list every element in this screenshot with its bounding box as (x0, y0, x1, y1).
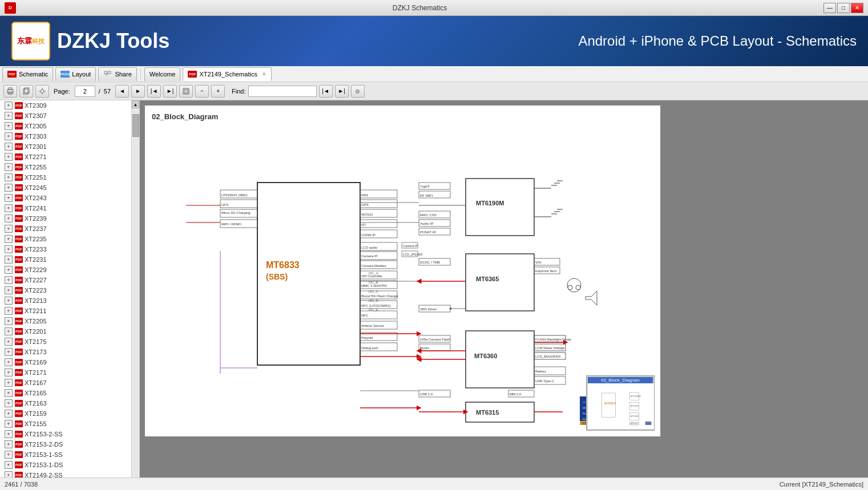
tree-expander[interactable]: + (5, 235, 13, 243)
sidebar-item-xt2165[interactable]: +PDFXT2165 (0, 388, 139, 398)
tree-expander[interactable]: + (5, 389, 13, 397)
minimize-button[interactable]: — (823, 3, 836, 13)
sidebar-item-xt2211[interactable]: +PDFXT2211 (0, 306, 139, 316)
sidebar-item-xt2205[interactable]: +PDFXT2205 (0, 316, 139, 326)
sidebar-item-xt2169[interactable]: +PDFXT2169 (0, 357, 139, 367)
sidebar-item-xt2239[interactable]: +PDFXT2239 (0, 213, 139, 224)
nav-copy-button[interactable] (19, 85, 33, 98)
tree-expander[interactable]: + (5, 214, 13, 222)
sidebar-item-xt2235[interactable]: +PDFXT2235 (0, 234, 139, 244)
tree-expander[interactable]: + (5, 163, 13, 171)
find-settings-button[interactable]: ⚙ (351, 85, 365, 98)
zoom-out-button[interactable]: − (195, 85, 209, 98)
scroll-up-button[interactable]: ▲ (132, 100, 139, 108)
sidebar-item-xt2149-2-ss[interactable]: +PDFXT2149-2-SS (0, 470, 139, 477)
sidebar-item-xt2245[interactable]: +PDFXT2245 (0, 183, 139, 193)
sidebar-item-xt2155[interactable]: +PDFXT2155 (0, 419, 139, 429)
first-page-button[interactable]: |◄ (147, 85, 161, 98)
tab-xt2149[interactable]: PDF XT2149_Schematics ✕ (183, 67, 272, 81)
sidebar-item-xt2241[interactable]: +PDFXT2241 (0, 203, 139, 213)
tree-expander[interactable]: + (5, 430, 13, 438)
find-next-button[interactable]: ►| (335, 85, 349, 98)
tree-expander[interactable]: + (5, 245, 13, 253)
tree-expander[interactable]: + (5, 327, 13, 335)
tree-expander[interactable]: + (5, 276, 13, 284)
sidebar-item-xt2309[interactable]: +PDFXT2309 (0, 100, 139, 111)
tree-expander[interactable]: + (5, 266, 13, 274)
sidebar-item-xt2159[interactable]: +PDFXT2159 (0, 408, 139, 419)
sidebar-item-xt2231[interactable]: +PDFXT2231 (0, 254, 139, 265)
sidebar-item-xt2237[interactable]: +PDFXT2237 (0, 224, 139, 234)
tree-expander[interactable]: + (5, 204, 13, 212)
sidebar-item-xt2301[interactable]: +PDFXT2301 (0, 141, 139, 152)
sidebar-item-xt2201[interactable]: +PDFXT2201 (0, 326, 139, 337)
tree-expander[interactable]: + (5, 153, 13, 161)
tree-expander[interactable]: + (5, 194, 13, 202)
tree-expander[interactable]: + (5, 112, 13, 120)
nav-print-button[interactable] (3, 85, 17, 98)
tab-pads[interactable]: PADS Layout (55, 67, 96, 81)
prev-page-button[interactable]: ◄ (115, 85, 129, 98)
sidebar-item-xt2305[interactable]: +PDFXT2305 (0, 121, 139, 131)
find-input[interactable] (248, 86, 317, 97)
tab-share[interactable]: ⟳ Share (98, 67, 136, 81)
tab-close-icon[interactable]: ✕ (262, 71, 267, 77)
sidebar-item-xt2175[interactable]: +PDFXT2175 (0, 337, 139, 347)
tree-expander[interactable]: + (5, 122, 13, 130)
tree-expander[interactable]: + (5, 399, 13, 407)
sidebar-item-xt2153-2-ds[interactable]: +PDFXT2153-2-DS (0, 439, 139, 449)
tree-expander[interactable]: + (5, 379, 13, 387)
sidebar-item-xt2243[interactable]: +PDFXT2243 (0, 193, 139, 203)
tree-expander[interactable]: + (5, 471, 13, 477)
page-number-input[interactable] (75, 86, 95, 97)
tree-expander[interactable]: + (5, 184, 13, 192)
tree-expander[interactable]: + (5, 132, 13, 140)
sidebar-item-xt2153-1-ds[interactable]: +PDFXT2153-1-DS (0, 460, 139, 470)
tree-expander[interactable]: + (5, 348, 13, 356)
sidebar-item-xt2255[interactable]: +PDFXT2255 (0, 162, 139, 172)
tree-expander[interactable]: + (5, 358, 13, 366)
find-prev-button[interactable]: |◄ (319, 85, 333, 98)
tree-expander[interactable]: + (5, 143, 13, 151)
sidebar-item-xt2153-1-ss[interactable]: +PDFXT2153-1-SS (0, 449, 139, 460)
tree-expander[interactable]: + (5, 368, 13, 376)
tree-expander[interactable]: + (5, 225, 13, 233)
last-page-button[interactable]: ►| (163, 85, 177, 98)
sidebar-item-xt2223[interactable]: +PDFXT2223 (0, 285, 139, 295)
schematic-content[interactable]: 02_Block_Diagram MT6833 (SBS) LPDDR4X 18… (140, 100, 868, 477)
sidebar-item-xt2167[interactable]: +PDFXT2167 (0, 378, 139, 388)
sidebar-item-xt2153-2-ss[interactable]: +PDFXT2153-2-SS (0, 429, 139, 439)
tree-expander[interactable]: + (5, 410, 13, 418)
tree-expander[interactable]: + (5, 317, 13, 325)
sidebar-item-xt2307[interactable]: +PDFXT2307 (0, 111, 139, 121)
sidebar-item-xt2229[interactable]: +PDFXT2229 (0, 265, 139, 275)
sidebar-item-xt2251[interactable]: +PDFXT2251 (0, 172, 139, 183)
maximize-button[interactable]: □ (837, 3, 850, 13)
sidebar-item-xt2233[interactable]: +PDFXT2233 (0, 244, 139, 254)
tree-expander[interactable]: + (5, 256, 13, 264)
fit-page-button[interactable] (179, 85, 193, 98)
sidebar-item-xt2213[interactable]: +PDFXT2213 (0, 295, 139, 306)
tree-expander[interactable]: + (5, 440, 13, 448)
sidebar-item-xt2227[interactable]: +PDFXT2227 (0, 275, 139, 285)
tree-expander[interactable]: + (5, 461, 13, 469)
tab-welcome[interactable]: Welcome (144, 67, 181, 81)
tree-expander[interactable]: + (5, 286, 13, 294)
scroll-thumb[interactable] (132, 114, 139, 137)
sidebar-item-xt2163[interactable]: +PDFXT2163 (0, 398, 139, 408)
tree-expander[interactable]: + (5, 102, 13, 110)
tree-expander[interactable]: + (5, 451, 13, 459)
sidebar-item-xt2271[interactable]: +PDFXT2271 (0, 152, 139, 162)
sidebar-item-xt2171[interactable]: +PDFXT2171 (0, 367, 139, 378)
tree-expander[interactable]: + (5, 420, 13, 428)
tree-expander[interactable]: + (5, 297, 13, 305)
tree-expander[interactable]: + (5, 173, 13, 181)
close-button[interactable]: ✕ (851, 3, 863, 13)
tab-schematic[interactable]: PDF Schematic (2, 67, 53, 81)
sidebar-item-xt2303[interactable]: +PDFXT2303 (0, 131, 139, 141)
nav-settings-button[interactable] (35, 85, 49, 98)
sidebar-item-xt2173[interactable]: +PDFXT2173 (0, 347, 139, 357)
next-page-button[interactable]: ► (131, 85, 145, 98)
tree-expander[interactable]: + (5, 338, 13, 346)
tree-expander[interactable]: + (5, 307, 13, 315)
